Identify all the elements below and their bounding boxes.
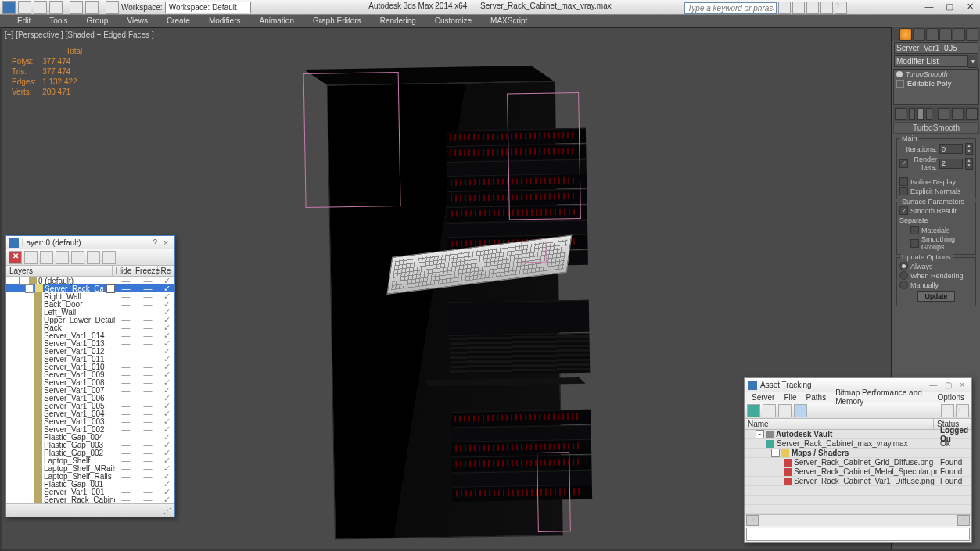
make-unique-icon[interactable] (952, 108, 964, 120)
explicit-normals-checkbox[interactable] (899, 187, 908, 195)
close-icon[interactable]: ✕ (961, 1, 978, 12)
select-layer-icon[interactable] (56, 251, 69, 264)
list-icon[interactable] (794, 404, 807, 417)
open-icon[interactable] (34, 1, 47, 14)
render-iters-spinner[interactable] (939, 159, 963, 169)
manually-radio[interactable] (899, 281, 908, 289)
menu-animation[interactable]: Animation (249, 16, 303, 25)
menu-modifiers[interactable]: Modifiers (199, 16, 250, 25)
iterations-spinner[interactable] (939, 144, 963, 154)
asset-row[interactable]: Server_Rack_Cabinet_Grid_Diffuse.pngFoun… (745, 458, 971, 467)
asset-row[interactable]: Server_Rack_Cabinet_Metal_Specular.pngFo… (745, 467, 971, 477)
asset-menu-file[interactable]: File (779, 393, 801, 402)
motion-tab-icon[interactable] (939, 28, 952, 41)
minimize-icon[interactable]: — (921, 1, 938, 12)
isoline-checkbox[interactable] (899, 177, 908, 186)
spinner-arrows-icon[interactable]: ▲▼ (965, 158, 973, 170)
asset-menu-options[interactable]: Options (933, 393, 969, 402)
help-icon[interactable]: ? (835, 2, 847, 14)
col-name[interactable]: Name (745, 419, 934, 429)
modify-tab-icon[interactable] (913, 28, 925, 41)
close-icon[interactable]: × (160, 238, 171, 247)
expand-icon[interactable]: - (25, 284, 34, 293)
save-icon[interactable] (49, 1, 63, 14)
maximize-icon[interactable]: ▢ (941, 381, 956, 389)
layer-panel-titlebar[interactable]: Layer: 0 (default) ? × (6, 236, 174, 249)
maximize-icon[interactable]: ▢ (941, 1, 958, 12)
render-iters-checkbox[interactable]: ✓ (899, 159, 908, 168)
smooth-result-checkbox[interactable]: ✓ (899, 206, 908, 215)
undo-icon[interactable] (70, 1, 83, 14)
show-end-result-icon[interactable] (938, 108, 949, 120)
status-icon[interactable] (763, 404, 776, 417)
menu-maxscript[interactable]: MAXScript (481, 16, 537, 25)
expand-icon[interactable]: - (756, 430, 764, 438)
chevron-down-icon[interactable]: ▼ (968, 55, 978, 68)
remove-modifier-icon[interactable] (966, 108, 978, 120)
modifier-stack[interactable]: TurboSmooth Editable Poly (893, 69, 979, 105)
when-rendering-radio[interactable] (899, 271, 908, 280)
hierarchy-tab-icon[interactable] (926, 28, 939, 41)
link-icon[interactable] (106, 1, 119, 14)
always-radio[interactable] (899, 262, 908, 270)
menu-create[interactable]: Create (157, 16, 199, 25)
menu-edit[interactable]: Edit (8, 16, 40, 25)
pin-stack-icon[interactable] (895, 108, 906, 120)
help-icon[interactable]: ? (956, 404, 969, 417)
bulb-icon[interactable] (896, 71, 903, 77)
hide-layer-icon[interactable] (87, 251, 100, 264)
delete-layer-icon[interactable] (24, 251, 38, 264)
update-button[interactable]: Update (917, 291, 954, 302)
materials-checkbox[interactable] (910, 226, 919, 234)
col-render[interactable]: Re (158, 266, 174, 276)
app-menu-icon[interactable] (2, 1, 16, 14)
checkbox-icon[interactable] (896, 80, 904, 88)
close-icon[interactable]: × (956, 381, 968, 389)
asset-row[interactable]: -Maps / Shaders (745, 449, 971, 458)
add-to-layer-icon[interactable] (40, 251, 53, 264)
search-icon[interactable] (778, 2, 791, 14)
object-name-input[interactable] (894, 42, 978, 54)
tree-icon[interactable] (778, 404, 792, 417)
menu-customize[interactable]: Customize (425, 16, 481, 25)
menu-group[interactable]: Group (77, 16, 118, 25)
menu-rendering[interactable]: Rendering (371, 16, 425, 25)
new-icon[interactable] (18, 1, 31, 14)
viewport-label[interactable]: [+] [Perspective ] [Shaded + Edged Faces… (5, 30, 154, 39)
new-layer-icon[interactable]: ✕ (9, 251, 22, 264)
scroll-left-icon[interactable]: ◄ (746, 515, 759, 526)
asset-status-input[interactable] (746, 528, 970, 541)
smoothing-groups-checkbox[interactable] (910, 239, 919, 248)
redo-icon[interactable] (85, 1, 99, 14)
refresh-icon[interactable] (747, 404, 760, 417)
exchange-icon[interactable] (806, 2, 819, 14)
spinner-arrows-icon[interactable]: ▲▼ (965, 143, 973, 155)
rollout-header[interactable]: TurboSmooth (893, 122, 979, 134)
scrollbar[interactable] (759, 516, 957, 525)
menu-views[interactable]: Views (117, 16, 157, 25)
layer-row[interactable]: Server_Rack_Cabinet——✓ (6, 496, 174, 503)
search-input[interactable] (684, 2, 777, 14)
freeze-layer-icon[interactable] (102, 251, 116, 264)
col-freeze[interactable]: Freeze (135, 266, 158, 276)
asset-row[interactable]: Server_Rack_Cabinet_max_vray.maxOk (745, 439, 971, 449)
highlight-layer-icon[interactable] (71, 251, 84, 264)
col-layers[interactable]: Layers (6, 266, 113, 276)
menu-tools[interactable]: Tools (40, 16, 77, 25)
asset-row[interactable]: Server_Rack_Cabinet_Var1_Diffuse.pngFoun… (745, 477, 971, 486)
asset-menu-paths[interactable]: Paths (802, 393, 831, 402)
scroll-right-icon[interactable]: ► (957, 515, 970, 526)
menu-graph-editors[interactable]: Graph Editors (303, 16, 371, 25)
asset-menu-server[interactable]: Server (747, 393, 779, 402)
prefs-icon[interactable] (941, 404, 954, 417)
col-hide[interactable]: Hide (113, 266, 135, 276)
modifier-list-dropdown[interactable] (894, 55, 968, 67)
layer-resize-grip[interactable]: ⋰ (6, 503, 174, 517)
workspace-dropdown[interactable]: Workspace: Default (165, 2, 251, 13)
utilities-tab-icon[interactable] (966, 28, 978, 41)
create-tab-icon[interactable] (899, 28, 912, 41)
expand-icon[interactable]: - (771, 449, 780, 457)
favorite-icon[interactable] (820, 2, 833, 14)
asset-row[interactable]: -Autodesk VaultLogged Ou (745, 430, 971, 439)
display-tab-icon[interactable] (953, 28, 965, 41)
